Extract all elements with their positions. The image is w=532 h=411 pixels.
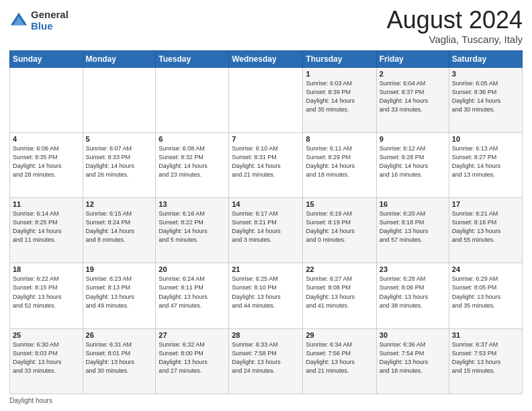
calendar-body: 1Sunrise: 6:03 AM Sunset: 8:39 PM Daylig… <box>10 67 523 394</box>
weekday-header-monday: Monday <box>83 50 156 67</box>
calendar-header: SundayMondayTuesdayWednesdayThursdayFrid… <box>10 50 523 67</box>
day-number: 24 <box>452 265 519 273</box>
calendar-cell: 12Sunrise: 6:15 AM Sunset: 8:24 PM Dayli… <box>83 198 156 263</box>
logo-general: General <box>31 9 69 21</box>
calendar-cell: 1Sunrise: 6:03 AM Sunset: 8:39 PM Daylig… <box>303 67 376 132</box>
weekday-header-thursday: Thursday <box>303 50 376 67</box>
calendar-cell: 28Sunrise: 6:33 AM Sunset: 7:58 PM Dayli… <box>229 328 303 394</box>
logo: General Blue <box>9 9 69 32</box>
calendar-cell <box>156 67 229 132</box>
calendar-cell: 18Sunrise: 6:22 AM Sunset: 8:15 PM Dayli… <box>10 263 83 328</box>
day-info: Sunrise: 6:29 AM Sunset: 8:05 PM Dayligh… <box>452 275 519 310</box>
calendar-cell: 10Sunrise: 6:13 AM Sunset: 8:27 PM Dayli… <box>449 132 522 197</box>
day-info: Sunrise: 6:10 AM Sunset: 8:31 PM Dayligh… <box>232 144 300 179</box>
calendar-cell <box>229 67 303 132</box>
calendar-table: SundayMondayTuesdayWednesdayThursdayFrid… <box>9 50 523 394</box>
calendar-cell <box>83 67 156 132</box>
calendar-cell: 3Sunrise: 6:05 AM Sunset: 8:36 PM Daylig… <box>449 67 522 132</box>
day-number: 22 <box>306 265 373 273</box>
logo-icon <box>9 11 28 30</box>
day-info: Sunrise: 6:37 AM Sunset: 7:53 PM Dayligh… <box>452 340 519 375</box>
day-info: Sunrise: 6:17 AM Sunset: 8:21 PM Dayligh… <box>232 210 300 244</box>
calendar-cell: 21Sunrise: 6:25 AM Sunset: 8:10 PM Dayli… <box>229 263 303 328</box>
day-number: 6 <box>159 135 226 143</box>
day-info: Sunrise: 6:16 AM Sunset: 8:22 PM Dayligh… <box>159 210 226 244</box>
day-info: Sunrise: 6:07 AM Sunset: 8:33 PM Dayligh… <box>86 144 153 179</box>
day-info: Sunrise: 6:05 AM Sunset: 8:36 PM Dayligh… <box>452 79 519 114</box>
day-number: 18 <box>13 265 80 273</box>
day-number: 10 <box>452 135 519 143</box>
day-info: Sunrise: 6:31 AM Sunset: 8:01 PM Dayligh… <box>86 340 153 375</box>
calendar-cell <box>10 67 83 132</box>
day-number: 26 <box>86 331 153 339</box>
daylight-label: Daylight hours <box>9 397 52 404</box>
day-number: 15 <box>306 200 373 208</box>
day-number: 5 <box>86 135 153 143</box>
day-number: 3 <box>452 70 519 78</box>
calendar-cell: 30Sunrise: 6:36 AM Sunset: 7:54 PM Dayli… <box>376 328 449 394</box>
day-number: 23 <box>380 265 446 273</box>
weekday-header-saturday: Saturday <box>449 50 522 67</box>
day-number: 25 <box>13 331 80 339</box>
day-number: 31 <box>452 331 519 339</box>
day-number: 12 <box>86 200 153 208</box>
calendar-cell: 17Sunrise: 6:21 AM Sunset: 8:16 PM Dayli… <box>449 198 522 263</box>
calendar-cell: 5Sunrise: 6:07 AM Sunset: 8:33 PM Daylig… <box>83 132 156 197</box>
calendar-cell: 7Sunrise: 6:10 AM Sunset: 8:31 PM Daylig… <box>229 132 303 197</box>
day-number: 1 <box>306 70 373 78</box>
day-number: 2 <box>380 70 446 78</box>
day-info: Sunrise: 6:14 AM Sunset: 8:25 PM Dayligh… <box>13 210 80 244</box>
calendar-cell: 26Sunrise: 6:31 AM Sunset: 8:01 PM Dayli… <box>83 328 156 394</box>
logo-blue: Blue <box>31 21 69 32</box>
day-info: Sunrise: 6:34 AM Sunset: 7:56 PM Dayligh… <box>306 340 373 375</box>
calendar-week-row: 4Sunrise: 6:06 AM Sunset: 8:35 PM Daylig… <box>10 132 523 197</box>
calendar-cell: 4Sunrise: 6:06 AM Sunset: 8:35 PM Daylig… <box>10 132 83 197</box>
day-info: Sunrise: 6:11 AM Sunset: 8:29 PM Dayligh… <box>306 144 373 179</box>
day-info: Sunrise: 6:22 AM Sunset: 8:15 PM Dayligh… <box>13 275 80 310</box>
calendar-cell: 6Sunrise: 6:08 AM Sunset: 8:32 PM Daylig… <box>156 132 229 197</box>
day-number: 13 <box>159 200 226 208</box>
subtitle: Vaglia, Tuscany, Italy <box>387 34 523 45</box>
logo-text: General Blue <box>31 9 69 32</box>
calendar-cell: 9Sunrise: 6:12 AM Sunset: 8:28 PM Daylig… <box>376 132 449 197</box>
day-number: 30 <box>380 331 446 339</box>
calendar-week-row: 25Sunrise: 6:30 AM Sunset: 8:03 PM Dayli… <box>10 328 523 394</box>
day-number: 4 <box>13 135 80 143</box>
day-number: 17 <box>452 200 519 208</box>
calendar-cell: 2Sunrise: 6:04 AM Sunset: 8:37 PM Daylig… <box>376 67 449 132</box>
day-number: 8 <box>306 135 373 143</box>
day-number: 27 <box>159 331 226 339</box>
calendar-cell: 14Sunrise: 6:17 AM Sunset: 8:21 PM Dayli… <box>229 198 303 263</box>
day-number: 19 <box>86 265 153 273</box>
calendar-cell: 16Sunrise: 6:20 AM Sunset: 8:18 PM Dayli… <box>376 198 449 263</box>
weekday-header-tuesday: Tuesday <box>156 50 229 67</box>
day-info: Sunrise: 6:06 AM Sunset: 8:35 PM Dayligh… <box>13 144 80 179</box>
day-info: Sunrise: 6:28 AM Sunset: 8:06 PM Dayligh… <box>380 275 446 310</box>
title-block: August 2024 Vaglia, Tuscany, Italy <box>387 7 523 45</box>
calendar-cell: 13Sunrise: 6:16 AM Sunset: 8:22 PM Dayli… <box>156 198 229 263</box>
calendar-cell: 20Sunrise: 6:24 AM Sunset: 8:11 PM Dayli… <box>156 263 229 328</box>
day-number: 16 <box>380 200 446 208</box>
day-info: Sunrise: 6:03 AM Sunset: 8:39 PM Dayligh… <box>306 79 373 114</box>
calendar-cell: 15Sunrise: 6:19 AM Sunset: 8:19 PM Dayli… <box>303 198 376 263</box>
day-info: Sunrise: 6:36 AM Sunset: 7:54 PM Dayligh… <box>380 340 446 375</box>
day-number: 21 <box>232 265 300 273</box>
day-info: Sunrise: 6:27 AM Sunset: 8:08 PM Dayligh… <box>306 275 373 310</box>
day-info: Sunrise: 6:33 AM Sunset: 7:58 PM Dayligh… <box>232 340 300 375</box>
page: General Blue August 2024 Vaglia, Tuscany… <box>0 0 532 411</box>
calendar-cell: 27Sunrise: 6:32 AM Sunset: 8:00 PM Dayli… <box>156 328 229 394</box>
day-number: 29 <box>306 331 373 339</box>
day-info: Sunrise: 6:21 AM Sunset: 8:16 PM Dayligh… <box>452 210 519 244</box>
day-info: Sunrise: 6:19 AM Sunset: 8:19 PM Dayligh… <box>306 210 373 244</box>
calendar-cell: 25Sunrise: 6:30 AM Sunset: 8:03 PM Dayli… <box>10 328 83 394</box>
calendar-cell: 19Sunrise: 6:23 AM Sunset: 8:13 PM Dayli… <box>83 263 156 328</box>
day-info: Sunrise: 6:23 AM Sunset: 8:13 PM Dayligh… <box>86 275 153 310</box>
day-info: Sunrise: 6:24 AM Sunset: 8:11 PM Dayligh… <box>159 275 226 310</box>
footer: Daylight hours <box>9 397 523 404</box>
calendar-week-row: 11Sunrise: 6:14 AM Sunset: 8:25 PM Dayli… <box>10 198 523 263</box>
calendar-cell: 31Sunrise: 6:37 AM Sunset: 7:53 PM Dayli… <box>449 328 522 394</box>
calendar-cell: 11Sunrise: 6:14 AM Sunset: 8:25 PM Dayli… <box>10 198 83 263</box>
weekday-header-friday: Friday <box>376 50 449 67</box>
day-info: Sunrise: 6:04 AM Sunset: 8:37 PM Dayligh… <box>380 79 446 114</box>
day-info: Sunrise: 6:12 AM Sunset: 8:28 PM Dayligh… <box>380 144 446 179</box>
